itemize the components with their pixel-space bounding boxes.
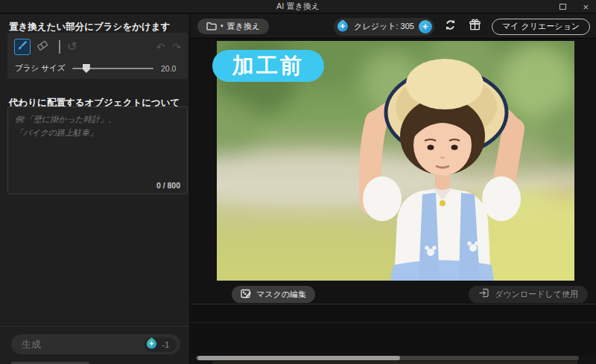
brush-section-title: 置き換えたい部分にブラシをかけます (9, 21, 170, 33)
brush-tool-button[interactable] (14, 39, 31, 55)
photo-canvas[interactable]: 加工前 (217, 41, 574, 281)
my-creations-button[interactable]: マイ クリエーション (492, 19, 590, 35)
download-use-label: ダウンロードして使用 (495, 289, 578, 300)
window-controls: × (559, 0, 589, 13)
credits-label: クレジット: 305 (354, 21, 414, 32)
refresh-button[interactable] (443, 19, 459, 35)
credits-pill[interactable]: クレジット: 305 + (334, 18, 434, 36)
brush-tool-panel: ↺ ↶ ↷ ブラシ サイズ 20.0 (7, 33, 188, 79)
reset-icon: ↺ (67, 39, 77, 54)
main-toolbar: ▾ 置き換え クレジット: 305 + (191, 14, 596, 39)
credits-droplet-icon (336, 19, 349, 35)
replace-button-label: 置き換え (227, 21, 261, 32)
horizontal-scrollbar[interactable] (196, 356, 579, 360)
brush-size-row: ブラシ サイズ 20.0 (15, 63, 182, 74)
strip-lower-divider (191, 322, 596, 323)
brush-size-slider[interactable] (72, 64, 153, 73)
plus-icon: + (422, 22, 428, 31)
my-creations-label: マイ クリエーション (502, 21, 580, 32)
redo-icon: ↷ (172, 41, 181, 53)
slider-thumb[interactable] (83, 64, 90, 73)
undo-icon: ↶ (156, 41, 165, 53)
close-icon[interactable]: × (583, 2, 589, 12)
refresh-icon (444, 19, 457, 34)
char-counter: 0 / 800 (156, 181, 180, 190)
generate-cost: -1 (162, 340, 169, 349)
app-window: AI 置き換え × 置き換えたい部分にブラシをかけます (0, 0, 596, 364)
reset-brush-button[interactable]: ↺ (67, 41, 77, 53)
eraser-tool-button[interactable] (34, 39, 51, 55)
brush-size-value: 20.0 (161, 64, 182, 73)
credit-cost-pill: -1 (144, 337, 177, 352)
main-area: ▾ 置き換え クレジット: 305 + (191, 14, 596, 364)
titlebar[interactable]: AI 置き換え × (0, 0, 596, 13)
sidebar: 置き換えたい部分にブラシをかけます (0, 14, 190, 364)
brush-size-label: ブラシ サイズ (15, 63, 65, 74)
edit-mask-label: マスクの編集 (256, 289, 306, 300)
sidebar-footer-divider (0, 326, 189, 327)
replace-mode-button[interactable]: ▾ 置き換え (197, 19, 269, 34)
credit-droplet-icon (145, 336, 158, 352)
cutoff-bottom-row (212, 361, 577, 364)
edit-mask-button[interactable]: マスクの編集 (232, 286, 315, 303)
add-credits-button[interactable]: + (419, 20, 432, 33)
chevron-down-icon: ▾ (221, 24, 224, 29)
mask-edit-icon (241, 288, 252, 301)
generate-label: 生成 (22, 338, 144, 351)
prompt-box: 0 / 800 (7, 106, 188, 194)
brush-tool-row: ↺ ↶ ↷ (14, 38, 181, 56)
maximize-icon[interactable] (559, 4, 566, 10)
generate-button[interactable]: 生成 -1 (11, 334, 180, 354)
prompt-input[interactable] (8, 107, 187, 174)
undo-button[interactable]: ↶ (156, 42, 165, 52)
gift-button[interactable] (467, 19, 484, 35)
eraser-icon (36, 39, 49, 55)
window-title: AI 置き換え (276, 1, 320, 12)
toolbar-right-group: クレジット: 305 + (334, 17, 590, 36)
redo-button[interactable]: ↷ (172, 42, 181, 52)
folder-icon (206, 20, 217, 33)
download-use-button[interactable]: ダウンロードして使用 (469, 286, 588, 303)
thumbnail-strip (191, 304, 596, 355)
gift-icon (469, 19, 481, 34)
download-icon (478, 287, 489, 301)
scrollbar-thumb[interactable] (197, 356, 400, 360)
before-badge: 加工前 (212, 50, 324, 82)
brush-icon (16, 39, 28, 54)
tool-separator (59, 40, 60, 54)
